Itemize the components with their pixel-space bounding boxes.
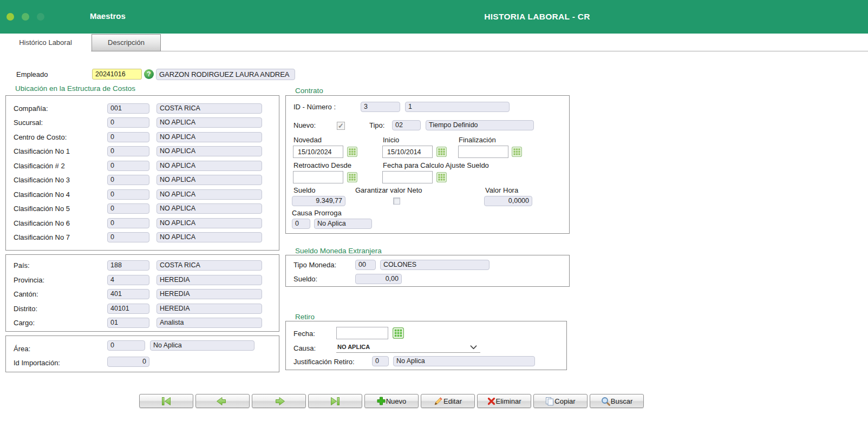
prorroga-code-field: 0 [292,219,310,229]
retirement-cause-select[interactable]: NO APLICA [336,341,480,353]
desc-field: NO APLICA [156,175,262,185]
foreign-salary-field: 0,00 [355,274,402,284]
code-field: 0 [107,218,149,228]
retirement-panel: Fecha: Causa: NO APLICA Justificación Re… [285,321,567,370]
start-label: Inicio [383,136,399,144]
page-title: HISTORIA LABORAL - CR [484,12,590,22]
calendar-icon[interactable] [512,147,522,157]
import-id-label: Id Importación: [14,359,60,367]
cost-structure-panel: Compañía:001COSTA RICA Sucursal:0NO APLI… [5,95,279,251]
calc-date-label: Fecha para Calculo Ajuste Sueldo [383,161,489,169]
nuevo-button[interactable]: Nuevo [364,394,419,408]
net-checkbox[interactable] [393,198,400,205]
next-record-button[interactable] [252,394,306,408]
prorroga-label: Causa Prorroga [292,209,342,217]
prorroga-desc-field: No Aplica [314,219,372,229]
retirement-date-input[interactable] [336,327,388,339]
app-title: Maestros [90,11,126,21]
hour-value-field: 0,0000 [484,196,532,206]
last-record-button[interactable] [308,394,362,408]
buscar-button[interactable]: Buscar [590,394,644,408]
salary-field: 9.349,77 [292,196,345,206]
new-checkbox [337,122,345,130]
end-label: Finalización [459,136,496,144]
field-label: Sucursal: [14,119,43,127]
start-date-input[interactable] [382,146,433,158]
field-label: Clasificación No 3 [14,176,70,184]
employee-code-input[interactable] [92,69,142,80]
field-label: Clasificación No 7 [14,233,70,241]
desc-field: COSTA RICA [156,103,262,114]
novelty-date-input[interactable] [293,146,343,158]
desc-field: HEREDIA [156,289,262,299]
justification-code-field: 0 [372,356,389,366]
end-date-input[interactable] [458,146,508,158]
form-row: País:188COSTA RICA [6,260,279,271]
salary-label: Sueldo [293,186,315,194]
calendar-icon[interactable] [436,147,447,157]
copiar-button[interactable]: Copiar [533,394,588,408]
justification-label: Justificación Retiro: [293,358,355,366]
button-label: Nuevo [386,397,407,405]
form-row: Clasificación No 70NO APLICA [6,232,279,243]
application-window: Maestros HISTORIA LABORAL - CR Histórico… [0,0,868,421]
next-icon [272,397,285,406]
calendar-icon[interactable] [393,327,404,339]
first-record-button[interactable] [139,394,193,408]
desc-field: Analista [156,318,262,328]
contract-number-field: 1 [405,102,510,112]
form-row: Clasificación No 60NO APLICA [6,218,279,229]
type-code-field: 02 [392,120,421,130]
area-panel: Área: 0 No Aplica Id Importación: 0 [5,336,279,372]
code-field: 0 [107,189,149,200]
button-label: Editar [443,397,462,405]
calendar-icon[interactable] [436,172,447,182]
tab-descripcion[interactable]: Descripción [92,34,161,51]
calendar-icon[interactable] [347,147,357,157]
contract-id-field: 3 [361,102,400,112]
field-label: País: [14,261,30,269]
retirement-cause-value: NO APLICA [337,344,370,350]
contract-panel: ID - Número : 3 1 Nuevo: Tipo: 02 Tiempo… [285,95,570,234]
button-label: Buscar [611,397,632,405]
form-row: Cantón:401HEREDIA [6,289,279,300]
contract-id-label: ID - Número : [293,103,336,111]
code-field: 4 [107,275,149,285]
window-dot-icon[interactable] [22,13,29,21]
previous-record-button[interactable] [195,394,250,408]
form-row: Compañía:001COSTA RICA [6,103,279,114]
edit-icon [434,397,443,406]
desc-field: NO APLICA [156,146,262,156]
calc-date-input[interactable] [382,171,433,183]
chevron-down-icon [470,342,477,352]
field-label: Cantón: [14,290,38,298]
code-field: 0 [107,161,149,171]
tab-historico-laboral[interactable]: Histórico Laboral [0,34,91,52]
desc-field: NO APLICA [156,232,262,242]
form-row: Clasificación No 40NO APLICA [6,189,279,200]
type-label: Tipo: [369,121,384,129]
retro-label: Retroactivo Desde [293,161,351,169]
last-record-icon [329,397,342,406]
window-dot-icon[interactable] [37,13,44,21]
form-row: Clasificación No 10NO APLICA [6,146,279,157]
cost-structure-title: Ubicación en la Estructura de Costos [15,84,135,93]
editar-button[interactable]: Editar [421,394,475,408]
field-label: Clasificación No 1 [14,147,70,155]
eliminar-button[interactable]: Eliminar [477,394,531,408]
field-label: Clasificación No 4 [14,190,70,199]
add-icon [377,397,386,405]
help-icon[interactable]: ? [144,69,154,79]
import-id-field: 0 [107,357,149,367]
field-label: Clasificación # 2 [14,162,65,170]
retro-date-input[interactable] [293,171,343,183]
tab-bar: Histórico Laboral Descripción [0,34,868,51]
desc-field: NO APLICA [156,132,262,142]
code-field: 01 [107,318,149,328]
form-row: Clasificación # 20NO APLICA [6,161,279,172]
button-label: Copiar [554,397,575,405]
desc-field: NO APLICA [156,189,262,200]
calendar-icon[interactable] [347,172,357,182]
window-dot-icon[interactable] [6,13,14,21]
code-field: 0 [107,203,149,214]
